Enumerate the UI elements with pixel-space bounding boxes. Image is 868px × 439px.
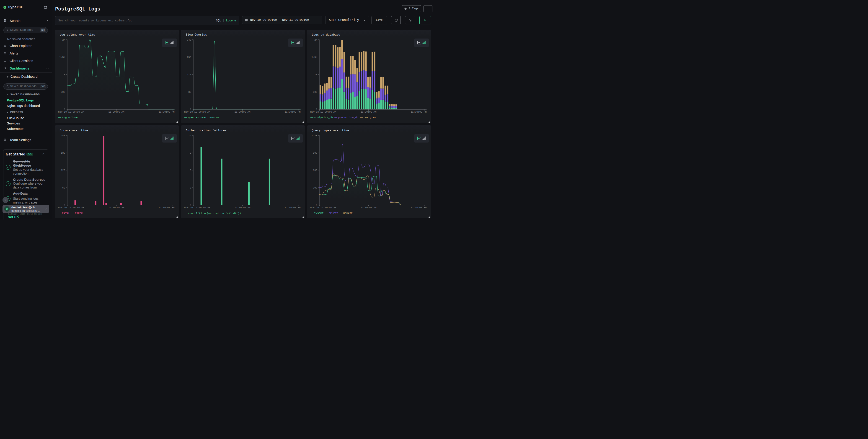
svg-text:170: 170 [187, 73, 191, 76]
svg-text:11:00:00 AM: 11:00:00 AM [361, 111, 376, 113]
svg-text:Authentication failures: Authentication failures [186, 129, 226, 132]
svg-text:FATAL: FATAL [62, 212, 70, 215]
svg-text:120: 120 [61, 169, 65, 171]
svg-text:Query types over time: Query types over time [312, 129, 349, 132]
svg-text:255: 255 [187, 56, 191, 59]
svg-text:postgres: postgres [364, 116, 376, 119]
svg-text:85: 85 [188, 91, 191, 93]
svg-text:Slow Queries: Slow Queries [186, 33, 207, 36]
svg-text:SELECT: SELECT [329, 212, 338, 215]
svg-text:6: 6 [190, 169, 191, 171]
svg-text:11:00:00 AM: 11:00:00 AM [234, 111, 250, 113]
svg-text:INSERT: INSERT [314, 212, 323, 215]
svg-text:Logs by database: Logs by database [312, 33, 340, 36]
svg-text:12: 12 [188, 134, 191, 137]
svg-text:11:00:00 AM: 11:00:00 AM [234, 206, 250, 209]
svg-text:countIf(like(arr..ation failed: countIf(like(arr..ation failed%')) [188, 212, 241, 215]
svg-text:11:00:00 AM: 11:00:00 AM [361, 206, 376, 209]
svg-text:Nov 10 12:00:00 AM: Nov 10 12:00:00 AM [310, 111, 336, 113]
svg-text:1K: 1K [62, 73, 65, 76]
svg-text:300: 300 [313, 186, 317, 189]
svg-text:500: 500 [61, 91, 65, 93]
svg-text:ERROR: ERROR [75, 212, 83, 215]
svg-text:1.5K: 1.5K [311, 56, 317, 59]
svg-text:UPDATE: UPDATE [343, 212, 352, 215]
svg-text:11:30:00 PM: 11:30:00 PM [158, 206, 175, 209]
svg-text:11:30:00 PM: 11:30:00 PM [410, 206, 427, 209]
svg-text:1.5K: 1.5K [59, 56, 65, 59]
svg-text:3: 3 [190, 186, 191, 189]
svg-text:Log volume over time: Log volume over time [60, 33, 95, 36]
svg-text:Log volume: Log volume [62, 116, 78, 119]
svg-text:analytics_db: analytics_db [314, 116, 333, 119]
svg-text:Nov 10 12:00:00 AM: Nov 10 12:00:00 AM [184, 206, 210, 209]
svg-text:11:00:00 AM: 11:00:00 AM [108, 206, 124, 209]
svg-text:11:30:00 PM: 11:30:00 PM [284, 111, 301, 113]
svg-text:Errors over time: Errors over time [60, 129, 88, 132]
svg-text:Nov 10 12:00:00 AM: Nov 10 12:00:00 AM [58, 111, 84, 113]
svg-text:11:30:00 PM: 11:30:00 PM [284, 206, 301, 209]
svg-text:11:00:00 AM: 11:00:00 AM [108, 111, 124, 113]
svg-text:Nov 10 12:00:00 AM: Nov 10 12:00:00 AM [310, 206, 336, 209]
svg-text:600: 600 [313, 169, 317, 171]
svg-text:1.2K: 1.2K [311, 134, 317, 137]
svg-text:900: 900 [313, 152, 317, 154]
svg-text:2K: 2K [314, 38, 317, 41]
svg-text:2K: 2K [62, 38, 65, 41]
svg-text:9: 9 [190, 152, 191, 154]
svg-text:1K: 1K [314, 73, 317, 76]
svg-text:production_db: production_db [338, 116, 358, 119]
svg-text:240: 240 [61, 134, 65, 137]
svg-text:Nov 10 12:00:00 AM: Nov 10 12:00:00 AM [184, 111, 210, 113]
svg-text:340: 340 [187, 38, 191, 41]
svg-text:Nov 10 12:00:00 AM: Nov 10 12:00:00 AM [58, 206, 84, 209]
svg-text:Queries over 1000 ms: Queries over 1000 ms [188, 116, 219, 119]
svg-text:11:30:00 PM: 11:30:00 PM [410, 111, 427, 113]
svg-text:11:30:00 PM: 11:30:00 PM [158, 111, 175, 113]
svg-text:180: 180 [61, 152, 65, 154]
svg-text:60: 60 [62, 186, 65, 189]
svg-text:500: 500 [313, 91, 317, 93]
